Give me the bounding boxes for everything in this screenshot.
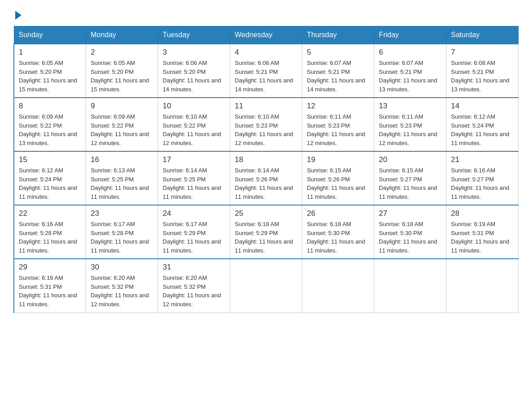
calendar-cell: 20 Sunrise: 6:15 AM Sunset: 5:27 PM Dayl… (374, 151, 446, 205)
day-number: 14 (451, 102, 514, 111)
day-number: 1 (19, 48, 81, 57)
day-info: Sunrise: 6:20 AM Sunset: 5:32 PM Dayligh… (163, 274, 225, 308)
calendar-cell: 18 Sunrise: 6:14 AM Sunset: 5:26 PM Dayl… (230, 151, 302, 205)
day-info: Sunrise: 6:06 AM Sunset: 5:20 PM Dayligh… (163, 59, 225, 94)
day-info: Sunrise: 6:12 AM Sunset: 5:24 PM Dayligh… (19, 166, 81, 201)
calendar-cell (302, 259, 374, 313)
day-number: 8 (19, 102, 81, 111)
calendar-cell: 12 Sunrise: 6:11 AM Sunset: 5:23 PM Dayl… (302, 98, 374, 151)
calendar-cell: 8 Sunrise: 6:09 AM Sunset: 5:22 PM Dayli… (14, 98, 86, 151)
day-number: 11 (235, 102, 297, 111)
header-tuesday: Tuesday (158, 26, 230, 44)
calendar-cell: 19 Sunrise: 6:15 AM Sunset: 5:26 PM Dayl… (302, 151, 374, 205)
day-number: 5 (307, 48, 369, 57)
calendar-cell: 9 Sunrise: 6:09 AM Sunset: 5:22 PM Dayli… (86, 98, 158, 151)
day-number: 12 (307, 102, 369, 111)
day-number: 25 (235, 209, 297, 218)
day-info: Sunrise: 6:08 AM Sunset: 5:21 PM Dayligh… (451, 59, 514, 94)
day-info: Sunrise: 6:10 AM Sunset: 5:23 PM Dayligh… (235, 112, 297, 147)
calendar-cell: 6 Sunrise: 6:07 AM Sunset: 5:21 PM Dayli… (374, 44, 446, 98)
calendar-cell: 30 Sunrise: 6:20 AM Sunset: 5:32 PM Dayl… (86, 259, 158, 313)
header-friday: Friday (374, 26, 446, 44)
day-number: 6 (379, 48, 442, 57)
calendar-cell: 11 Sunrise: 6:10 AM Sunset: 5:23 PM Dayl… (230, 98, 302, 151)
header-saturday: Saturday (446, 26, 519, 44)
calendar-cell: 17 Sunrise: 6:14 AM Sunset: 5:25 PM Dayl… (158, 151, 230, 205)
header-wednesday: Wednesday (230, 26, 302, 44)
day-number: 10 (163, 102, 225, 111)
day-number: 26 (307, 209, 369, 218)
day-info: Sunrise: 6:07 AM Sunset: 5:21 PM Dayligh… (307, 59, 369, 94)
day-info: Sunrise: 6:14 AM Sunset: 5:26 PM Dayligh… (235, 166, 297, 201)
day-number: 13 (379, 102, 442, 111)
calendar-cell: 23 Sunrise: 6:17 AM Sunset: 5:28 PM Dayl… (86, 205, 158, 259)
calendar-cell (230, 259, 302, 313)
page-header (13, 9, 519, 17)
calendar-cell: 1 Sunrise: 6:05 AM Sunset: 5:20 PM Dayli… (14, 44, 86, 98)
day-info: Sunrise: 6:15 AM Sunset: 5:26 PM Dayligh… (307, 166, 369, 201)
week-row-2: 8 Sunrise: 6:09 AM Sunset: 5:22 PM Dayli… (14, 98, 519, 151)
day-info: Sunrise: 6:13 AM Sunset: 5:25 PM Dayligh… (90, 166, 153, 201)
calendar-cell: 14 Sunrise: 6:12 AM Sunset: 5:24 PM Dayl… (446, 98, 519, 151)
day-number: 4 (235, 48, 297, 57)
week-row-3: 15 Sunrise: 6:12 AM Sunset: 5:24 PM Dayl… (14, 151, 519, 205)
day-info: Sunrise: 6:14 AM Sunset: 5:25 PM Dayligh… (163, 166, 225, 201)
day-number: 17 (163, 155, 225, 164)
day-number: 20 (379, 155, 442, 164)
calendar-cell: 16 Sunrise: 6:13 AM Sunset: 5:25 PM Dayl… (86, 151, 158, 205)
day-number: 18 (235, 155, 297, 164)
calendar-cell: 25 Sunrise: 6:18 AM Sunset: 5:29 PM Dayl… (230, 205, 302, 259)
day-number: 15 (19, 155, 81, 164)
week-row-1: 1 Sunrise: 6:05 AM Sunset: 5:20 PM Dayli… (14, 44, 519, 98)
calendar-cell: 28 Sunrise: 6:19 AM Sunset: 5:31 PM Dayl… (446, 205, 519, 259)
calendar-cell (446, 259, 519, 313)
calendar-table: SundayMondayTuesdayWednesdayThursdayFrid… (13, 26, 519, 313)
day-info: Sunrise: 6:16 AM Sunset: 5:28 PM Dayligh… (19, 220, 81, 255)
day-info: Sunrise: 6:19 AM Sunset: 5:31 PM Dayligh… (19, 274, 81, 308)
day-number: 30 (90, 263, 153, 272)
calendar-cell: 7 Sunrise: 6:08 AM Sunset: 5:21 PM Dayli… (446, 44, 519, 98)
day-info: Sunrise: 6:06 AM Sunset: 5:21 PM Dayligh… (235, 59, 297, 94)
calendar-header-row: SundayMondayTuesdayWednesdayThursdayFrid… (14, 26, 519, 44)
day-number: 21 (451, 155, 514, 164)
day-info: Sunrise: 6:11 AM Sunset: 5:23 PM Dayligh… (307, 112, 369, 147)
header-thursday: Thursday (302, 26, 374, 44)
logo-arrow-icon (15, 11, 21, 20)
day-info: Sunrise: 6:07 AM Sunset: 5:21 PM Dayligh… (379, 59, 442, 94)
calendar-cell: 5 Sunrise: 6:07 AM Sunset: 5:21 PM Dayli… (302, 44, 374, 98)
day-info: Sunrise: 6:11 AM Sunset: 5:23 PM Dayligh… (379, 112, 442, 147)
day-number: 31 (163, 263, 225, 272)
day-number: 19 (307, 155, 369, 164)
day-info: Sunrise: 6:17 AM Sunset: 5:28 PM Dayligh… (90, 220, 153, 255)
day-info: Sunrise: 6:05 AM Sunset: 5:20 PM Dayligh… (19, 59, 81, 94)
calendar-cell: 27 Sunrise: 6:18 AM Sunset: 5:30 PM Dayl… (374, 205, 446, 259)
calendar-cell: 10 Sunrise: 6:10 AM Sunset: 5:22 PM Dayl… (158, 98, 230, 151)
calendar-cell: 29 Sunrise: 6:19 AM Sunset: 5:31 PM Dayl… (14, 259, 86, 313)
day-info: Sunrise: 6:05 AM Sunset: 5:20 PM Dayligh… (90, 59, 153, 94)
day-info: Sunrise: 6:19 AM Sunset: 5:31 PM Dayligh… (451, 220, 514, 255)
calendar-cell: 21 Sunrise: 6:16 AM Sunset: 5:27 PM Dayl… (446, 151, 519, 205)
day-number: 23 (90, 209, 153, 218)
day-number: 7 (451, 48, 514, 57)
day-info: Sunrise: 6:15 AM Sunset: 5:27 PM Dayligh… (379, 166, 442, 201)
day-info: Sunrise: 6:09 AM Sunset: 5:22 PM Dayligh… (19, 112, 81, 147)
day-number: 27 (379, 209, 442, 218)
day-info: Sunrise: 6:18 AM Sunset: 5:30 PM Dayligh… (379, 220, 442, 255)
header-sunday: Sunday (14, 26, 86, 44)
day-info: Sunrise: 6:09 AM Sunset: 5:22 PM Dayligh… (90, 112, 153, 147)
day-info: Sunrise: 6:18 AM Sunset: 5:30 PM Dayligh… (307, 220, 369, 255)
day-number: 16 (90, 155, 153, 164)
day-info: Sunrise: 6:18 AM Sunset: 5:29 PM Dayligh… (235, 220, 297, 255)
logo (13, 9, 21, 17)
calendar-cell: 24 Sunrise: 6:17 AM Sunset: 5:29 PM Dayl… (158, 205, 230, 259)
calendar-cell (374, 259, 446, 313)
calendar-cell: 26 Sunrise: 6:18 AM Sunset: 5:30 PM Dayl… (302, 205, 374, 259)
calendar-cell: 13 Sunrise: 6:11 AM Sunset: 5:23 PM Dayl… (374, 98, 446, 151)
day-info: Sunrise: 6:16 AM Sunset: 5:27 PM Dayligh… (451, 166, 514, 201)
calendar-cell: 2 Sunrise: 6:05 AM Sunset: 5:20 PM Dayli… (86, 44, 158, 98)
day-info: Sunrise: 6:17 AM Sunset: 5:29 PM Dayligh… (163, 220, 225, 255)
day-number: 24 (163, 209, 225, 218)
calendar-cell: 3 Sunrise: 6:06 AM Sunset: 5:20 PM Dayli… (158, 44, 230, 98)
day-number: 22 (19, 209, 81, 218)
week-row-5: 29 Sunrise: 6:19 AM Sunset: 5:31 PM Dayl… (14, 259, 519, 313)
